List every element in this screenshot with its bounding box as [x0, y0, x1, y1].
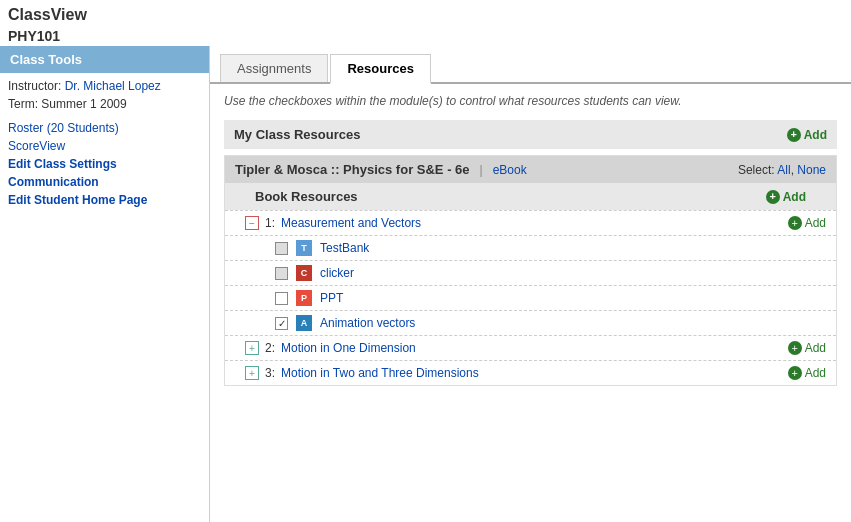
book-add-plus-circle: +	[766, 190, 780, 204]
book-resources-label: Book Resources	[255, 189, 358, 204]
chapter-2-link[interactable]: Motion in One Dimension	[281, 341, 416, 355]
animation-checkbox[interactable]	[275, 317, 288, 330]
resource-item-animation: A Animation vectors	[225, 310, 836, 335]
sidebar-item-scoreview[interactable]: ScoreView	[0, 137, 209, 155]
separator: |	[480, 163, 483, 177]
chapter-1-number: 1:	[265, 216, 275, 230]
testbank-icon: T	[296, 240, 312, 256]
ch1-add-plus: +	[788, 216, 802, 230]
sidebar-item-edit-student[interactable]: Edit Student Home Page	[0, 191, 209, 209]
chapter-row-1: − 1: Measurement and Vectors + Add	[225, 210, 836, 235]
book-resources-header: Book Resources + Add	[225, 183, 836, 210]
tab-assignments[interactable]: Assignments	[220, 54, 328, 82]
chapter-3-expand-icon[interactable]: +	[245, 366, 259, 380]
resource-item-ppt: P PPT	[225, 285, 836, 310]
chapter-2-number: 2:	[265, 341, 275, 355]
clicker-checkbox[interactable]	[275, 267, 288, 280]
ch3-add-plus: +	[788, 366, 802, 380]
resource-block: Tipler & Mosca :: Physics for S&E - 6e |…	[224, 155, 837, 386]
resource-item-testbank: T TestBank	[225, 235, 836, 260]
content-body: Use the checkboxes within the module(s) …	[210, 84, 851, 406]
content-area: Assignments Resources Use the checkboxes…	[210, 46, 851, 522]
ch3-add-label: Add	[805, 366, 826, 380]
testbank-link[interactable]: TestBank	[320, 241, 369, 255]
ppt-checkbox[interactable]	[275, 292, 288, 305]
clicker-link[interactable]: clicker	[320, 266, 354, 280]
clicker-icon: C	[296, 265, 312, 281]
testbank-checkbox[interactable]	[275, 242, 288, 255]
app-title: ClassView	[8, 6, 843, 24]
select-label: Select: All, None	[738, 163, 826, 177]
resource-block-header: Tipler & Mosca :: Physics for S&E - 6e |…	[225, 156, 836, 183]
ch2-add-plus: +	[788, 341, 802, 355]
chapter-2-left: + 2: Motion in One Dimension	[245, 341, 416, 355]
my-class-resources-label: My Class Resources	[234, 127, 360, 142]
sidebar-item-roster[interactable]: Roster (20 Students)	[0, 119, 209, 137]
my-class-resources-add-btn[interactable]: + Add	[787, 128, 827, 142]
instructor-info: Instructor: Dr. Michael Lopez	[0, 77, 209, 95]
term-value: Summer 1 2009	[41, 97, 126, 111]
class-name: PHY101	[8, 28, 843, 44]
resource-item-clicker: C clicker	[225, 260, 836, 285]
chapter-3-number: 3:	[265, 366, 275, 380]
app: ClassView PHY101 Class Tools Instructor:…	[0, 0, 851, 522]
select-none-link[interactable]: None	[797, 163, 826, 177]
sidebar-section-header: Class Tools	[0, 46, 209, 73]
book-title: Tipler & Mosca :: Physics for S&E - 6e	[235, 162, 470, 177]
chapter-3-add-btn[interactable]: + Add	[788, 366, 826, 380]
ch2-add-label: Add	[805, 341, 826, 355]
sidebar-item-edit-class[interactable]: Edit Class Settings	[0, 155, 209, 173]
chapter-3-link[interactable]: Motion in Two and Three Dimensions	[281, 366, 479, 380]
info-text: Use the checkboxes within the module(s) …	[224, 94, 837, 108]
ebook-link[interactable]: eBook	[493, 163, 527, 177]
book-add-label: Add	[783, 190, 806, 204]
term-label: Term:	[8, 97, 38, 111]
add-plus-circle: +	[787, 128, 801, 142]
ppt-link[interactable]: PPT	[320, 291, 343, 305]
ppt-icon: P	[296, 290, 312, 306]
header: ClassView PHY101	[0, 0, 851, 46]
chapter-row-3: + 3: Motion in Two and Three Dimensions …	[225, 360, 836, 385]
my-class-resources-header: My Class Resources + Add	[224, 120, 837, 149]
sidebar-item-communication[interactable]: Communication	[0, 173, 209, 191]
select-all-link[interactable]: All	[777, 163, 790, 177]
book-resources-add-btn[interactable]: + Add	[766, 190, 806, 204]
add-label: Add	[804, 128, 827, 142]
chapter-1-link[interactable]: Measurement and Vectors	[281, 216, 421, 230]
ch1-add-label: Add	[805, 216, 826, 230]
instructor-label: Instructor:	[8, 79, 61, 93]
chapter-2-expand-icon[interactable]: +	[245, 341, 259, 355]
chapter-1-add-btn[interactable]: + Add	[788, 216, 826, 230]
chapter-1-left: − 1: Measurement and Vectors	[245, 216, 421, 230]
chapter-2-add-btn[interactable]: + Add	[788, 341, 826, 355]
chapter-1-collapse-icon[interactable]: −	[245, 216, 259, 230]
chapter-3-left: + 3: Motion in Two and Three Dimensions	[245, 366, 479, 380]
animation-icon: A	[296, 315, 312, 331]
tabs-container: Assignments Resources	[210, 46, 851, 84]
chapter-row-2: + 2: Motion in One Dimension + Add	[225, 335, 836, 360]
sidebar: Class Tools Instructor: Dr. Michael Lope…	[0, 46, 210, 522]
animation-link[interactable]: Animation vectors	[320, 316, 415, 330]
main-layout: Class Tools Instructor: Dr. Michael Lope…	[0, 46, 851, 522]
tab-resources[interactable]: Resources	[330, 54, 430, 84]
term-info: Term: Summer 1 2009	[0, 95, 209, 113]
instructor-link[interactable]: Dr. Michael Lopez	[65, 79, 161, 93]
